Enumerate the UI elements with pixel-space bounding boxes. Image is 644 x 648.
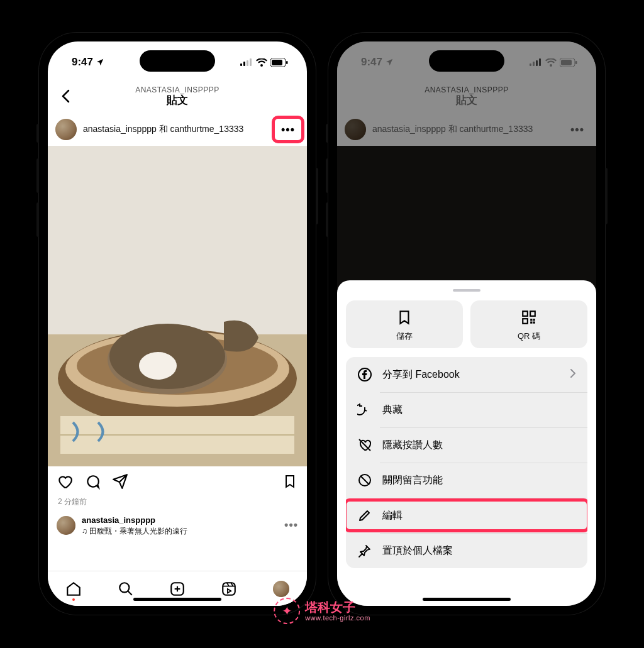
svg-rect-30 (523, 319, 528, 324)
wifi-icon (256, 58, 267, 67)
no-comment-icon (357, 473, 372, 488)
caption-music: ♫ 田馥甄・乘著無人光影的遠行 (82, 526, 278, 536)
svg-rect-19 (223, 583, 236, 595)
post-timestamp: 2 分鐘前 (48, 497, 307, 512)
like-icon[interactable] (57, 473, 73, 490)
tab-reels[interactable] (219, 579, 238, 598)
screen-action-sheet: 9:47 ANASTASIA_INSPPPP 貼文 anastasia_insp… (337, 41, 596, 606)
nav-subtitle: ANASTASIA_INSPPPP (425, 85, 509, 94)
menu-label: 關閉留言功能 (382, 474, 443, 487)
tab-create[interactable] (168, 579, 187, 598)
home-indicator[interactable] (423, 598, 511, 601)
post-author-line: anastasia_inspppp 和 canthurtme_13333 (372, 124, 560, 135)
post-author-line[interactable]: anastasia_inspppp 和 canthurtme_13333 (83, 124, 270, 135)
svg-rect-32 (533, 322, 535, 324)
menu-label: 典藏 (382, 404, 402, 417)
tab-profile[interactable] (272, 579, 291, 598)
status-time: 9:47 (72, 56, 93, 69)
nav-title: 貼文 (425, 94, 509, 107)
watermark-url: www.tech-girlz.com (305, 614, 370, 622)
svg-rect-2 (247, 60, 248, 66)
svg-rect-23 (539, 58, 541, 66)
chevron-right-icon (570, 368, 576, 381)
archive-icon (357, 402, 372, 417)
svg-rect-31 (530, 319, 532, 321)
caption-username[interactable]: anastasia_inspppp (82, 515, 278, 526)
tab-home[interactable] (64, 579, 83, 598)
svg-rect-29 (530, 312, 535, 317)
hide-likes-icon (357, 437, 372, 453)
avatar[interactable] (55, 119, 77, 140)
post-header: anastasia_inspppp 和 canthurtme_13333 ••• (48, 113, 307, 146)
watermark-title: 塔科女子 (305, 600, 370, 614)
back-button[interactable] (57, 87, 74, 105)
location-icon (385, 58, 394, 67)
bookmark-icon (396, 309, 413, 326)
post-image[interactable] (48, 146, 307, 466)
nav-header: ANASTASIA_INSPPPP 貼文 (48, 79, 307, 113)
menu-hide-likes[interactable]: 隱藏按讚人數 (346, 427, 587, 463)
edit-icon (357, 508, 372, 523)
nav-title: 貼文 (135, 94, 219, 107)
menu-label: 置頂於個人檔案 (382, 544, 453, 557)
caption-more-icon[interactable]: ••• (284, 519, 298, 532)
dynamic-island (140, 50, 215, 72)
svg-rect-34 (533, 319, 535, 321)
signal-icon (240, 58, 253, 66)
avatar (345, 119, 366, 140)
menu-label: 編輯 (382, 509, 402, 522)
status-right-icons (530, 58, 577, 67)
more-button: ••• (566, 118, 589, 141)
svg-rect-20 (530, 63, 531, 66)
sheet-save-label: 儲存 (396, 331, 413, 342)
post-header: anastasia_inspppp 和 canthurtme_13333 ••• (337, 113, 596, 146)
watermark-badge-icon: ✦ (274, 598, 300, 624)
wifi-icon (545, 58, 557, 67)
tab-search[interactable] (116, 579, 135, 598)
menu-edit[interactable]: 編輯 (346, 498, 587, 533)
facebook-icon (357, 367, 372, 382)
pin-icon (357, 543, 372, 558)
svg-rect-5 (272, 60, 282, 65)
sheet-handle[interactable] (453, 289, 480, 292)
home-indicator[interactable] (133, 598, 221, 601)
caption-row: anastasia_inspppp ♫ 田馥甄・乘著無人光影的遠行 ••• (48, 512, 307, 539)
svg-rect-22 (536, 60, 538, 66)
more-button[interactable]: ••• (277, 118, 299, 141)
sheet-save-button[interactable]: 儲存 (346, 300, 463, 348)
nav-subtitle: ANASTASIA_INSPPPP (135, 85, 219, 94)
menu-archive[interactable]: 典藏 (346, 392, 587, 427)
menu-label: 隱藏按讚人數 (382, 439, 443, 452)
svg-rect-28 (523, 312, 528, 317)
bookmark-icon[interactable] (282, 473, 298, 490)
comment-icon[interactable] (84, 473, 101, 490)
battery-icon (560, 58, 577, 67)
nav-header: ANASTASIA_INSPPPP 貼文 (337, 79, 596, 113)
signal-icon (530, 58, 542, 66)
location-icon (96, 58, 104, 67)
dynamic-island (429, 50, 504, 72)
svg-line-38 (360, 476, 369, 485)
svg-rect-21 (533, 62, 535, 66)
svg-point-17 (119, 583, 129, 592)
sheet-qr-button[interactable]: QR 碼 (470, 300, 587, 348)
menu-pin[interactable]: 置頂於個人檔案 (346, 533, 587, 568)
qr-icon (521, 309, 537, 326)
sheet-menu: 分享到 Facebook 典藏 隱藏按讚人數 關閉留言功能 (346, 357, 587, 568)
menu-label: 分享到 Facebook (382, 368, 460, 382)
svg-point-14 (139, 352, 177, 380)
svg-rect-25 (561, 60, 572, 65)
svg-rect-3 (250, 58, 252, 66)
menu-share-facebook[interactable]: 分享到 Facebook (346, 357, 587, 392)
svg-rect-1 (243, 62, 245, 66)
svg-rect-7 (48, 146, 307, 334)
svg-rect-26 (575, 61, 577, 64)
phone-right: 9:47 ANASTASIA_INSPPPP 貼文 anastasia_insp… (328, 33, 605, 615)
phone-left: 9:47 ANASTASIA_INSPPPP 貼文 (39, 33, 316, 615)
battery-icon (270, 58, 288, 67)
avatar[interactable] (57, 516, 75, 535)
menu-disable-comments[interactable]: 關閉留言功能 (346, 463, 587, 498)
svg-rect-6 (286, 61, 288, 64)
watermark: ✦ 塔科女子 www.tech-girlz.com (274, 598, 370, 624)
share-icon[interactable] (112, 473, 128, 490)
